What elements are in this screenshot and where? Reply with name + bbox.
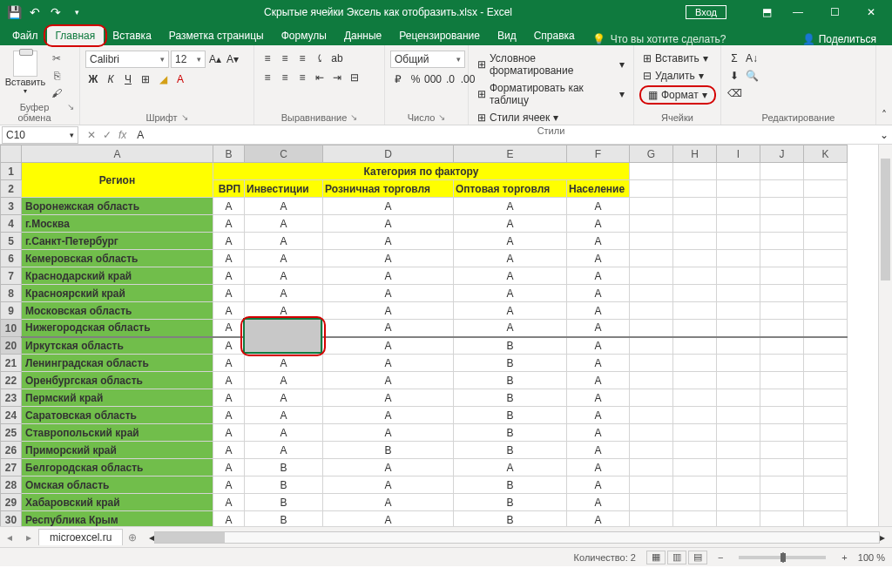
cell[interactable]: A	[245, 372, 323, 389]
col-header[interactable]: K	[804, 145, 848, 163]
cell[interactable]: A	[454, 302, 567, 320]
cell[interactable]: A	[323, 320, 454, 337]
row-header[interactable]: 30	[1, 511, 22, 527]
cell[interactable]	[630, 302, 673, 320]
cell[interactable]: B	[454, 494, 567, 511]
cell[interactable]: B	[245, 511, 323, 527]
cell[interactable]: A	[213, 511, 245, 527]
row-header[interactable]: 23	[1, 389, 22, 407]
cell[interactable]	[760, 285, 804, 302]
cell[interactable]: A	[323, 459, 454, 476]
col-header[interactable]: B	[213, 145, 245, 163]
tab-view[interactable]: Вид	[489, 26, 525, 45]
cell[interactable]: A	[213, 267, 245, 285]
cell[interactable]	[804, 180, 848, 198]
cell[interactable]	[804, 215, 848, 233]
autosum-icon[interactable]: Σ	[726, 51, 742, 66]
cell-region[interactable]: Воронежская область	[22, 198, 213, 215]
cell[interactable]: A	[567, 494, 630, 511]
row-header[interactable]: 22	[1, 372, 22, 389]
cell[interactable]	[804, 459, 848, 476]
align-middle-icon[interactable]: ≡	[277, 51, 293, 66]
cell[interactable]: A	[245, 337, 323, 355]
cell[interactable]	[804, 407, 848, 424]
cell[interactable]	[673, 320, 717, 337]
cell-styles-button[interactable]: ⊞ Стили ячеек ▾	[474, 110, 562, 125]
cell[interactable]: A	[245, 198, 323, 215]
tab-help[interactable]: Справка	[525, 26, 584, 45]
cell-region[interactable]: Иркутская область	[22, 337, 213, 355]
select-all-corner[interactable]	[1, 145, 22, 163]
cell[interactable]	[673, 302, 717, 320]
col-header[interactable]: A	[22, 145, 213, 163]
cell-region[interactable]: Кемеровская область	[22, 250, 213, 267]
col-header[interactable]: C	[245, 145, 323, 163]
collapse-ribbon-icon[interactable]: ˄	[876, 45, 892, 125]
cell[interactable]: A	[323, 407, 454, 424]
share-button[interactable]: 👤 Поделиться	[790, 33, 889, 45]
cell[interactable]	[673, 285, 717, 302]
cell[interactable]: A	[567, 320, 630, 337]
row-header[interactable]: 28	[1, 476, 22, 494]
cell[interactable]: A	[213, 372, 245, 389]
cell[interactable]	[804, 198, 848, 215]
cell-region[interactable]: Московская область	[22, 302, 213, 320]
cell[interactable]	[630, 337, 673, 355]
cell[interactable]	[760, 442, 804, 459]
clear-icon[interactable]: ⌫	[726, 85, 742, 101]
cell-region[interactable]: Нижегородская область	[22, 320, 213, 337]
cell[interactable]: A	[245, 267, 323, 285]
sheet-tab[interactable]: microexcel.ru	[38, 529, 123, 545]
cell[interactable]	[760, 267, 804, 285]
cell-region[interactable]: Ленинградская область	[22, 355, 213, 372]
horizontal-scrollbar[interactable]: ◂▸	[149, 531, 885, 544]
cell[interactable]	[630, 180, 673, 198]
cell[interactable]	[673, 267, 717, 285]
cell[interactable]	[673, 476, 717, 494]
row-header[interactable]: 24	[1, 407, 22, 424]
decrease-indent-icon[interactable]: ⇤	[312, 70, 328, 85]
cell[interactable]	[630, 163, 673, 180]
sort-filter-icon[interactable]: A↓	[744, 51, 760, 66]
view-normal-icon[interactable]: ▦	[646, 551, 666, 564]
cell[interactable]	[630, 267, 673, 285]
copy-icon[interactable]: ⎘	[49, 68, 64, 84]
cell[interactable]: A	[213, 250, 245, 267]
cell-region[interactable]: Ставропольский край	[22, 424, 213, 442]
cell[interactable]	[717, 459, 760, 476]
cell[interactable]	[804, 442, 848, 459]
cell[interactable]	[760, 372, 804, 389]
cell[interactable]	[717, 355, 760, 372]
dialog-launcher-icon[interactable]: ↘	[181, 112, 188, 123]
cell[interactable]	[717, 198, 760, 215]
orientation-icon[interactable]: ⤹	[312, 51, 328, 66]
cell[interactable]: A	[454, 198, 567, 215]
cell[interactable]: A	[567, 250, 630, 267]
paste-button[interactable]: Вставить ▾	[5, 51, 45, 95]
row-header[interactable]: 10	[1, 320, 22, 337]
cell[interactable]: A	[567, 302, 630, 320]
cell[interactable]	[673, 233, 717, 250]
cell[interactable]: A	[567, 424, 630, 442]
cell[interactable]	[673, 355, 717, 372]
cell[interactable]	[673, 494, 717, 511]
cell[interactable]	[630, 407, 673, 424]
col-header[interactable]: I	[717, 145, 760, 163]
formula-value[interactable]: A	[133, 129, 876, 141]
dialog-launcher-icon[interactable]: ↘	[438, 112, 445, 123]
cell[interactable]	[804, 320, 848, 337]
cell[interactable]: A	[323, 355, 454, 372]
cell[interactable]: A	[323, 250, 454, 267]
cell[interactable]: A	[323, 511, 454, 527]
cell[interactable]	[717, 407, 760, 424]
cell[interactable]: A	[213, 337, 245, 355]
align-bottom-icon[interactable]: ≡	[294, 51, 310, 66]
row-header[interactable]: 20	[1, 337, 22, 355]
cell[interactable]: A	[213, 459, 245, 476]
cell[interactable]	[717, 163, 760, 180]
cell[interactable]: A	[245, 233, 323, 250]
cell-region[interactable]: Оренбургская область	[22, 372, 213, 389]
cell[interactable]: B	[454, 337, 567, 355]
cell[interactable]	[760, 337, 804, 355]
cell[interactable]: A	[245, 250, 323, 267]
